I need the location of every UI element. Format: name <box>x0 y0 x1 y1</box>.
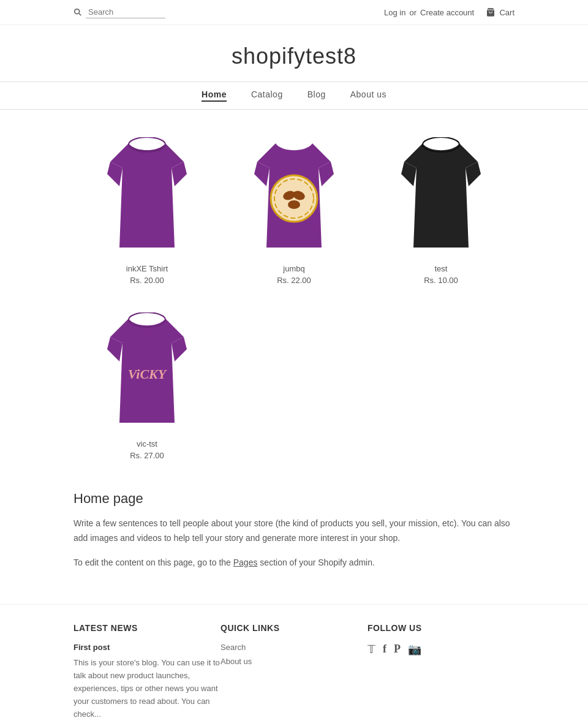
header: Log in or Create account Cart <box>0 0 588 25</box>
footer: Latest News First post This is your stor… <box>0 604 588 726</box>
social-icons: 𝕋 f P 📷 <box>368 643 514 656</box>
nav-catalog[interactable]: Catalog <box>251 89 283 102</box>
tshirt-purple-vicky-svg: ViCKY <box>98 312 196 429</box>
tshirt-purple-plain-svg <box>98 137 196 254</box>
svg-text:ViCKY: ViCKY <box>128 366 168 382</box>
search-container <box>74 6 165 18</box>
auth-section: Log in or Create account Cart <box>384 7 514 17</box>
footer-quick-links-heading: Quick Links <box>221 623 368 633</box>
create-account-link[interactable]: Create account <box>420 8 474 17</box>
tshirt-black-plain-svg <box>392 137 490 254</box>
pinterest-icon[interactable]: P <box>394 643 401 656</box>
homepage-title: Home page <box>74 491 514 507</box>
svg-point-2 <box>129 137 165 152</box>
product-name: inkXE Tshirt <box>83 264 211 273</box>
product-image <box>83 134 211 257</box>
footer-link-about[interactable]: About us <box>221 657 368 666</box>
tshirt-purple-pie-svg <box>245 137 343 254</box>
pages-link[interactable]: Pages <box>233 558 258 567</box>
twitter-icon[interactable]: 𝕋 <box>368 643 375 656</box>
product-name: test <box>377 264 505 273</box>
product-name: vic-tst <box>83 439 211 448</box>
svg-point-7 <box>288 200 300 209</box>
site-title: shopifytest8 <box>0 25 588 81</box>
svg-point-0 <box>75 9 80 14</box>
nav-about[interactable]: About us <box>350 89 386 102</box>
footer-follow-us: Follow Us 𝕋 f P 📷 <box>368 623 514 720</box>
product-price: Rs. 10.00 <box>377 276 505 285</box>
facebook-icon[interactable]: f <box>383 643 386 656</box>
search-icon <box>74 8 82 17</box>
main-nav: Home Catalog Blog About us <box>0 81 588 110</box>
footer-first-post-text: This is your store's blog. You can use i… <box>74 657 221 720</box>
svg-line-1 <box>79 13 81 15</box>
footer-link-search[interactable]: Search <box>221 643 368 652</box>
footer-first-post-title[interactable]: First post <box>74 643 221 652</box>
product-name: jumbq <box>230 264 358 273</box>
product-price: Rs. 27.00 <box>83 451 211 460</box>
product-price: Rs. 22.00 <box>230 276 358 285</box>
cart-link[interactable]: Cart <box>499 8 514 17</box>
homepage-section: Home page Write a few sentences to tell … <box>0 485 588 604</box>
homepage-para2-before: To edit the content on this page, go to … <box>74 558 233 567</box>
product-image: ViCKY <box>83 309 211 432</box>
product-card[interactable]: ViCKY vic-tst Rs. 27.00 <box>74 297 221 472</box>
svg-point-9 <box>129 312 165 327</box>
auth-or: or <box>409 8 417 17</box>
footer-latest-news: Latest News First post This is your stor… <box>74 623 221 720</box>
product-card[interactable]: inkXE Tshirt Rs. 20.00 <box>74 122 221 297</box>
homepage-para2-after: section of your Shopify admin. <box>257 558 374 567</box>
products-grid: inkXE Tshirt Rs. 20.00 jumbq Rs. 22.00 <box>0 110 588 485</box>
footer-follow-heading: Follow Us <box>368 623 514 633</box>
product-image <box>230 134 358 257</box>
cart-icon <box>486 7 496 17</box>
footer-quick-links: Quick Links Search About us <box>221 623 368 720</box>
product-card[interactable]: jumbq Rs. 22.00 <box>221 122 368 297</box>
product-image <box>377 134 505 257</box>
product-price: Rs. 20.00 <box>83 276 211 285</box>
nav-home[interactable]: Home <box>202 89 227 102</box>
instagram-icon[interactable]: 📷 <box>408 643 421 656</box>
search-input[interactable] <box>86 6 165 18</box>
nav-blog[interactable]: Blog <box>307 89 326 102</box>
footer-latest-news-heading: Latest News <box>74 623 221 633</box>
product-card[interactable]: test Rs. 10.00 <box>368 122 514 297</box>
homepage-paragraph2: To edit the content on this page, go to … <box>74 556 514 570</box>
svg-point-4 <box>274 179 314 218</box>
svg-point-8 <box>423 137 459 152</box>
homepage-paragraph1: Write a few sentences to tell people abo… <box>74 516 514 546</box>
login-link[interactable]: Log in <box>384 8 405 17</box>
